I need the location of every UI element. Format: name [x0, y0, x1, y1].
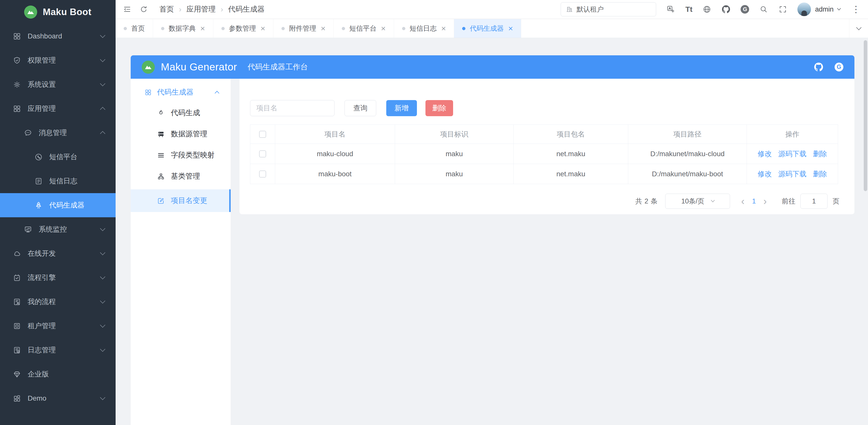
tab-label: 附件管理 — [289, 24, 316, 33]
gen-menu-field-type-mapping[interactable]: 字段类型映射 — [131, 145, 231, 166]
gen-menu-item-label: 字段类型映射 — [171, 150, 215, 160]
row-actions: 修改 源码下载 删除 — [747, 164, 838, 184]
sidebar-item-label: 短信日志 — [49, 176, 116, 186]
project-name-cell: maku-cloud — [275, 144, 395, 164]
download-source-link[interactable]: 源码下载 — [778, 149, 806, 159]
globe-icon[interactable] — [703, 5, 711, 14]
tab-attachment-management[interactable]: 附件管理 × — [273, 19, 334, 38]
next-page-button[interactable]: › — [764, 196, 767, 206]
close-icon[interactable]: × — [508, 24, 513, 32]
row-checkbox[interactable] — [259, 170, 266, 177]
sidebar-item-process-engine[interactable]: 流程引擎 — [0, 265, 116, 290]
fullscreen-icon[interactable] — [778, 5, 787, 14]
rocket-icon — [35, 201, 42, 209]
page-size-select[interactable]: 10条/页 — [665, 194, 730, 209]
page-input[interactable] — [800, 194, 828, 209]
list-document-icon — [35, 177, 42, 185]
row-select-cell — [250, 164, 275, 184]
tabbar: 首页 数据字典 × 参数管理 × 附件管理 × 短信平台 × — [116, 19, 868, 38]
gen-menu-code-generate[interactable]: 代码生成 — [131, 102, 231, 123]
sidebar-item-system-monitor[interactable]: 系统监控 — [0, 217, 116, 242]
collapse-sidebar-icon[interactable] — [123, 5, 132, 14]
generator-menu: 代码生成器 代码生成 数据源管理 字段类型映射 — [131, 79, 231, 425]
sidebar-item-sms-platform[interactable]: 短信平台 — [0, 145, 116, 169]
tab-code-generator[interactable]: 代码生成器 × — [454, 19, 521, 38]
project-name-input[interactable] — [250, 100, 335, 116]
sidebar-item-sms-log[interactable]: 短信日志 — [0, 169, 116, 193]
user-menu[interactable]: admin — [797, 2, 840, 16]
delete-link[interactable]: 删除 — [813, 149, 827, 159]
sidebar-item-label: Dashboard — [28, 32, 101, 40]
sidebar-item-system-settings[interactable]: 系统设置 — [0, 73, 116, 96]
sidebar-item-tenant-management[interactable]: 租户管理 — [0, 314, 116, 338]
gen-menu-group-code-generator[interactable]: 代码生成器 — [131, 82, 231, 102]
breadcrumb: 首页 › 应用管理 › 代码生成器 — [159, 4, 265, 14]
translate-icon[interactable] — [666, 5, 675, 14]
workspace: Maku Generator 代码生成器工作台 G 代码生成器 — [116, 38, 868, 425]
page-unit-label: 页 — [833, 197, 839, 206]
sidebar-item-log-management[interactable]: 日志管理 — [0, 338, 116, 362]
gen-menu-base-class-management[interactable]: 基类管理 — [131, 166, 231, 187]
sidebar-item-message-management[interactable]: 消息管理 — [0, 121, 116, 145]
sidebar-item-dashboard[interactable]: Dashboard — [0, 24, 116, 48]
chat-bubble-icon — [24, 129, 32, 137]
tab-sms-platform[interactable]: 短信平台 × — [334, 19, 394, 38]
sidebar-item-my-process[interactable]: 我的流程 — [0, 290, 116, 314]
row-select-cell — [250, 144, 275, 164]
brand-logo-row[interactable]: Maku Boot — [0, 0, 116, 24]
edit-link[interactable]: 修改 — [758, 169, 772, 179]
prev-page-button[interactable]: ‹ — [741, 196, 744, 206]
github-icon[interactable] — [721, 5, 731, 14]
add-button[interactable]: 新增 — [386, 100, 417, 116]
sitemap-icon — [157, 173, 165, 180]
sidebar-item-code-generator[interactable]: 代码生成器 — [0, 193, 116, 217]
gitee-icon[interactable]: G — [741, 5, 749, 13]
scrollbar[interactable] — [864, 19, 868, 425]
breadcrumb-current: 代码生成器 — [228, 4, 265, 14]
gen-menu-datasource-management[interactable]: 数据源管理 — [131, 123, 231, 145]
edit-link[interactable]: 修改 — [758, 149, 772, 159]
close-icon[interactable]: × — [321, 24, 326, 32]
sidebar-item-online-dev[interactable]: 在线开发 — [0, 242, 116, 265]
delete-button[interactable]: 删除 — [426, 100, 453, 116]
tab-param-management[interactable]: 参数管理 × — [213, 19, 274, 38]
close-icon[interactable]: × — [441, 24, 446, 32]
close-icon[interactable]: × — [260, 24, 266, 32]
breadcrumb-app-management[interactable]: 应用管理 — [186, 4, 216, 14]
close-icon[interactable]: × — [200, 24, 205, 32]
sidebar-item-label: 权限管理 — [28, 56, 101, 65]
delete-link[interactable]: 删除 — [813, 169, 827, 179]
gen-menu-item-label: 数据源管理 — [171, 129, 207, 139]
refresh-icon[interactable] — [139, 5, 148, 14]
tenant-select[interactable]: 默认租户 — [561, 2, 656, 16]
font-size-icon[interactable]: Tt — [685, 5, 692, 13]
sidebar-item-enterprise[interactable]: 企业版 — [0, 362, 116, 386]
tab-home[interactable]: 首页 — [116, 19, 153, 38]
breadcrumb-home[interactable]: 首页 — [159, 4, 174, 14]
generator-main-panel: 查询 新增 删除 项目名 项目标识 项目包名 项目路径 操作 — [240, 79, 855, 214]
scrollbar-thumb[interactable] — [864, 40, 867, 191]
select-all-checkbox[interactable] — [259, 131, 266, 138]
sidebar-item-permission[interactable]: 权限管理 — [0, 48, 116, 73]
row-checkbox[interactable] — [259, 150, 266, 158]
gitee-icon[interactable]: G — [835, 63, 843, 72]
download-source-link[interactable]: 源码下载 — [778, 169, 806, 179]
gen-menu-project-rename[interactable]: 项目名变更 — [131, 189, 231, 212]
column-header: 项目标识 — [395, 125, 514, 144]
sidebar-item-demo[interactable]: Demo — [0, 386, 116, 410]
tab-sms-log[interactable]: 短信日志 × — [394, 19, 454, 38]
search-icon[interactable] — [759, 5, 768, 14]
grid-icon — [145, 89, 152, 96]
cloud-icon — [13, 250, 21, 257]
sidebar-item-label: 流程引擎 — [28, 273, 101, 282]
github-icon[interactable] — [814, 63, 823, 72]
tab-data-dictionary[interactable]: 数据字典 × — [153, 19, 213, 38]
main-column: 首页 › 应用管理 › 代码生成器 默认租户 Tt G — [116, 0, 868, 425]
close-icon[interactable]: × — [381, 24, 386, 32]
more-menu-icon[interactable]: ⋮ — [850, 5, 862, 14]
current-page-number[interactable]: 1 — [752, 197, 756, 205]
edit-icon — [157, 197, 165, 204]
query-button[interactable]: 查询 — [344, 100, 376, 116]
topbar-right: 默认租户 Tt G admin ⋮ — [561, 2, 862, 16]
sidebar-item-app-management[interactable]: 应用管理 — [0, 96, 116, 121]
